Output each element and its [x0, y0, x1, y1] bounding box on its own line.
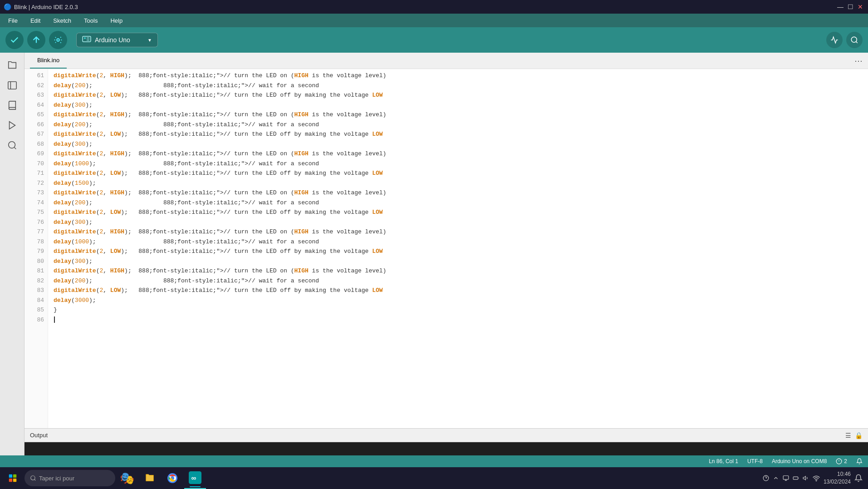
start-button[interactable]: [2, 467, 24, 489]
verify-button[interactable]: [5, 31, 24, 49]
tab-blink-ino[interactable]: Blink.ino: [30, 53, 67, 69]
statusbar: Ln 86, Col 1 UTF-8 Arduino Uno on COM8 2: [0, 455, 868, 467]
debug-button[interactable]: [49, 31, 67, 49]
line-number: 76: [25, 217, 48, 227]
output-content: [25, 442, 868, 455]
serial-plotter-button[interactable]: [826, 32, 843, 48]
code-line: delay(200); 888;font-style:italic;">// w…: [54, 276, 863, 286]
svg-rect-19: [13, 479, 16, 482]
line-number: 80: [25, 257, 48, 267]
line-number: 68: [25, 139, 48, 149]
line-number: 62: [25, 81, 48, 91]
toolbar-right: [826, 32, 863, 48]
line-numbers: 6162636465666768697071727374757677787980…: [25, 69, 48, 428]
code-line: delay(1000); 888;font-style:italic;">// …: [54, 159, 863, 169]
line-number: 74: [25, 198, 48, 208]
code-area[interactable]: digitalWrite(2, HIGH); 888;font-style:it…: [48, 69, 868, 428]
main-layout: Blink.ino ⋯ 6162636465666768697071727374…: [0, 53, 868, 455]
volume-tray-icon[interactable]: [803, 475, 809, 481]
line-number: 85: [25, 305, 48, 315]
code-line: delay(200); 888;font-style:italic;">// w…: [54, 120, 863, 130]
line-number: 83: [25, 286, 48, 296]
board-selector[interactable]: Arduino Uno ▼: [76, 33, 158, 47]
line-number: 67: [25, 129, 48, 139]
menu-tools[interactable]: Tools: [81, 15, 100, 26]
sidebar-item-files[interactable]: [3, 56, 21, 74]
code-line: digitalWrite(2, HIGH); 888;font-style:it…: [54, 71, 863, 81]
line-number: 61: [25, 71, 48, 81]
toolbar: Arduino Uno ▼: [0, 27, 868, 53]
serial-monitor-button[interactable]: [846, 32, 863, 48]
carnival-icon: 🎭: [116, 467, 138, 489]
taskbar-search[interactable]: Taper ici pour: [25, 470, 115, 486]
taskbar-search-placeholder: Taper ici pour: [39, 475, 74, 482]
code-line: digitalWrite(2, HIGH); 888;font-style:it…: [54, 227, 863, 237]
board-icon: [82, 36, 91, 44]
code-line: digitalWrite(2, HIGH); 888;font-style:it…: [54, 188, 863, 198]
line-number: 73: [25, 188, 48, 198]
svg-line-8: [856, 41, 857, 43]
line-number: 77: [25, 227, 48, 237]
line-number: 63: [25, 90, 48, 100]
output-panel: Output ☰ 🔒: [25, 428, 868, 455]
upload-button[interactable]: [27, 31, 45, 49]
code-line: digitalWrite(2, HIGH); 888;font-style:it…: [54, 149, 863, 159]
sidebar-item-libraries[interactable]: [3, 96, 21, 114]
titlebar: 🔵 Blink | Arduino IDE 2.0.3 — ☐ ✕: [0, 0, 868, 14]
title-text: Blink | Arduino IDE 2.0.3: [14, 4, 78, 10]
line-number: 84: [25, 296, 48, 306]
code-line: delay(1000); 888;font-style:italic;">// …: [54, 237, 863, 247]
help-tray-icon[interactable]: [763, 475, 769, 481]
svg-point-20: [31, 476, 35, 480]
close-button[interactable]: ✕: [856, 3, 864, 11]
line-number: 71: [25, 168, 48, 178]
code-line: delay(300);: [54, 217, 863, 227]
editor-content: 6162636465666768697071727374757677787980…: [25, 69, 868, 428]
monitor-tray-icon[interactable]: [783, 475, 789, 481]
sidebar-item-boards[interactable]: [3, 76, 21, 94]
battery-tray-icon[interactable]: [793, 475, 799, 481]
code-line: digitalWrite(2, LOW); 888;font-style:ita…: [54, 286, 863, 296]
menubar: File Edit Sketch Tools Help: [0, 14, 868, 27]
code-line: delay(1500);: [54, 178, 863, 188]
board-dropdown-arrow: ▼: [147, 38, 152, 43]
taskbar-app-chrome[interactable]: [162, 467, 183, 489]
svg-line-13: [14, 147, 16, 149]
output-list-icon[interactable]: ☰: [845, 432, 851, 439]
taskbar-time: 10:46 13/02/2024: [824, 470, 851, 486]
sidebar: [0, 53, 25, 455]
text-cursor: [54, 316, 55, 323]
taskbar-app-explorer[interactable]: [139, 467, 161, 489]
taskbar: Taper ici pour 🎭 ∞: [0, 467, 868, 489]
svg-point-12: [8, 142, 15, 148]
svg-rect-9: [8, 82, 16, 89]
menu-edit[interactable]: Edit: [28, 15, 43, 26]
tab-more-button[interactable]: ⋯: [854, 56, 863, 66]
code-line: delay(300);: [54, 139, 863, 149]
menu-help[interactable]: Help: [108, 15, 125, 26]
code-line: [54, 315, 863, 325]
wifi-tray-icon[interactable]: [813, 475, 820, 481]
taskbar-app-arduino[interactable]: ∞: [184, 467, 206, 489]
code-line: delay(300);: [54, 100, 863, 110]
code-line: delay(300);: [54, 257, 863, 267]
chevron-up-tray-icon[interactable]: [773, 475, 779, 481]
menu-sketch[interactable]: Sketch: [50, 15, 74, 26]
status-board: Arduino Uno on COM8: [772, 458, 827, 464]
minimize-button[interactable]: —: [836, 3, 844, 11]
maximize-button[interactable]: ☐: [846, 3, 854, 11]
line-number: 69: [25, 149, 48, 159]
line-number: 64: [25, 100, 48, 110]
code-line: delay(200); 888;font-style:italic;">// w…: [54, 198, 863, 208]
status-position: Ln 86, Col 1: [709, 458, 738, 464]
code-editor[interactable]: 6162636465666768697071727374757677787980…: [25, 69, 868, 428]
sidebar-item-debug[interactable]: [3, 116, 21, 134]
notification-tray-icon[interactable]: [854, 474, 863, 482]
code-line: digitalWrite(2, LOW); 888;font-style:ita…: [54, 247, 863, 257]
line-number: 66: [25, 120, 48, 130]
output-lock-icon[interactable]: 🔒: [855, 432, 863, 439]
sidebar-item-search[interactable]: [3, 136, 21, 154]
menu-file[interactable]: File: [5, 15, 20, 26]
taskbar-right: 10:46 13/02/2024: [763, 470, 866, 486]
svg-point-7: [851, 37, 857, 42]
